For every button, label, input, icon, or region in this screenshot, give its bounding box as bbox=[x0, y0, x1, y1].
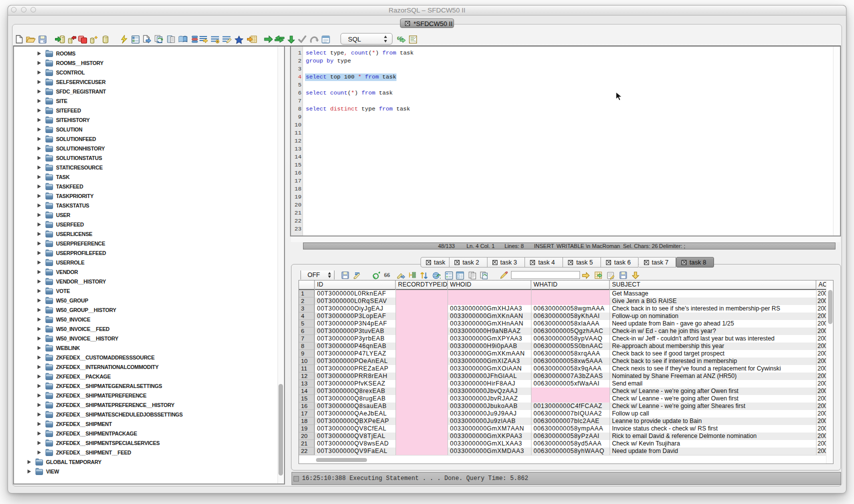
svg-text:66: 66 bbox=[384, 272, 390, 278]
